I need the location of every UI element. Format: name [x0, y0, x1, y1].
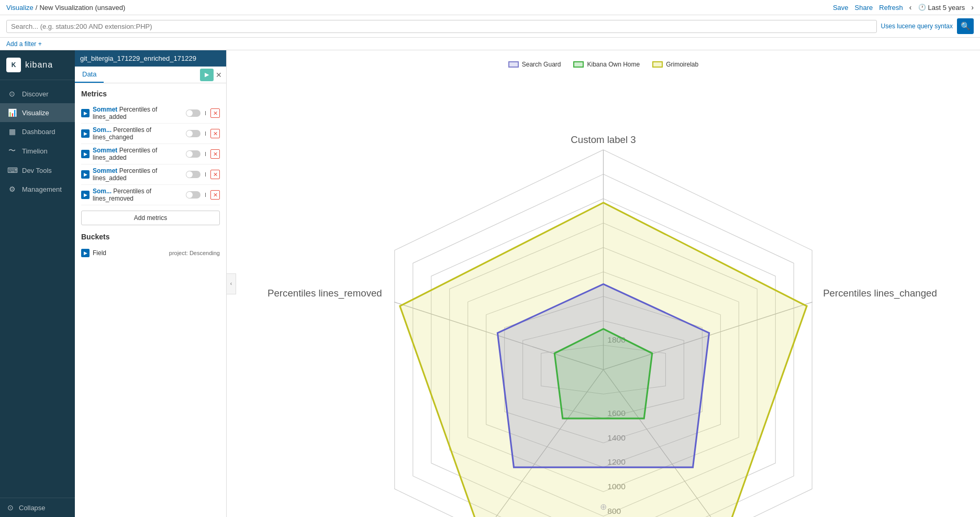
time-label: Last 5 years: [928, 4, 965, 12]
metric-toggle-5[interactable]: [186, 191, 201, 199]
legend-label-kibana-own-home: Kibana Own Home: [587, 61, 640, 68]
metric-expand-5[interactable]: ▶: [81, 191, 90, 199]
panel: git_bitergia_171229_enriched_171229 Data…: [75, 50, 227, 517]
sidebar-item-label-dashboard: Dashboard: [22, 128, 55, 136]
metric-row-1: ▶ Sommet Percentiles of lines_added I ✕: [81, 103, 220, 124]
legend-label-grimoirelab: Grimoirelab: [666, 61, 698, 68]
index-name: git_bitergia_171229_enriched_171229: [80, 54, 196, 62]
sidebar-item-visualize[interactable]: 📊 Visualize: [0, 103, 75, 122]
metric-label-2: Som... Percentiles oflines_changed: [93, 126, 183, 141]
sidebar-item-label-timelion: Timelion: [22, 147, 48, 155]
kibana-logo-icon: K: [6, 58, 21, 72]
main-layout: K kibana ⊙ Discover 📊 Visualize ▦ Dashbo…: [0, 50, 980, 517]
metric-info-3[interactable]: I: [204, 151, 207, 157]
share-button[interactable]: Share: [855, 4, 873, 12]
add-metrics-button[interactable]: Add metrics: [81, 211, 220, 225]
top-bar: Visualize / New Visualization (unsaved) …: [0, 0, 980, 15]
legend-item-search-guard: Search Guard: [508, 61, 561, 68]
dashboard-icon: ▦: [7, 127, 17, 136]
collapse-label: Collapse: [19, 504, 46, 512]
legend-color-search-guard: [508, 61, 519, 68]
sidebar-logo: K kibana: [0, 50, 75, 80]
metric-delete-2[interactable]: ✕: [210, 129, 220, 138]
radar-legend: Search Guard Kibana Own Home Grimoirelab: [508, 61, 698, 68]
metric-toggle-3[interactable]: [186, 150, 201, 158]
search-input[interactable]: [6, 20, 877, 33]
save-button[interactable]: Save: [833, 4, 849, 12]
sidebar: K kibana ⊙ Discover 📊 Visualize ▦ Dashbo…: [0, 50, 75, 517]
metric-row-2: ▶ Som... Percentiles oflines_changed I ✕: [81, 124, 220, 144]
search-button[interactable]: 🔍: [957, 18, 974, 34]
sidebar-item-dashboard[interactable]: ▦ Dashboard: [0, 122, 75, 141]
svg-text:Percentiles lines_changed: Percentiles lines_changed: [823, 288, 937, 299]
sidebar-item-timelion[interactable]: 〜 Timelion: [0, 141, 75, 161]
metric-toggle-2[interactable]: [186, 130, 201, 137]
metric-delete-1[interactable]: ✕: [210, 108, 220, 118]
next-time-button[interactable]: ›: [971, 3, 974, 12]
panel-header: git_bitergia_171229_enriched_171229: [75, 50, 226, 67]
devtools-icon: ⌨: [7, 166, 17, 174]
visualize-icon: 📊: [7, 108, 17, 117]
bottom-bar: ⊕: [600, 502, 607, 512]
metric-delete-3[interactable]: ✕: [210, 149, 220, 159]
metric-label-3: Sommet Percentiles of lines_added: [93, 147, 183, 161]
sidebar-item-label-devtools: Dev Tools: [22, 167, 52, 174]
sidebar-footer[interactable]: ⊙ Collapse: [0, 498, 75, 517]
metrics-title: Metrics: [81, 90, 220, 98]
panel-tabs: Data ▶ ✕: [75, 67, 226, 83]
bucket-expand-1[interactable]: ▶: [81, 249, 90, 257]
metric-toggle-4[interactable]: [186, 171, 201, 178]
metric-info-1[interactable]: I: [204, 110, 207, 116]
lucene-hint: Uses lucene query syntax: [881, 23, 953, 30]
refresh-button[interactable]: Refresh: [879, 4, 903, 12]
collapse-handle[interactable]: ‹: [227, 273, 236, 294]
bucket-sort: project: Descending: [169, 250, 220, 256]
metric-expand-3[interactable]: ▶: [81, 150, 90, 158]
viz-area: ‹ Search Guard Kibana Own Home Grimoirel…: [227, 50, 980, 517]
sidebar-item-label-visualize: Visualize: [22, 109, 49, 117]
search-bar: Uses lucene query syntax 🔍: [0, 15, 980, 38]
tab-data[interactable]: Data: [75, 67, 104, 83]
sidebar-item-label-discover: Discover: [22, 90, 49, 98]
legend-item-kibana-own-home: Kibana Own Home: [573, 61, 640, 68]
metric-expand-2[interactable]: ▶: [81, 129, 90, 138]
svg-text:Percentiles lines_removed: Percentiles lines_removed: [268, 288, 382, 299]
buckets-section: Buckets ▶ Field project: Descending: [81, 233, 220, 260]
metric-delete-5[interactable]: ✕: [210, 190, 220, 200]
metric-label-1: Sommet Percentiles of lines_added: [93, 106, 183, 120]
panel-tab-actions: ▶ ✕: [196, 67, 226, 83]
legend-color-grimoirelab: [652, 61, 663, 68]
sidebar-item-discover[interactable]: ⊙ Discover: [0, 84, 75, 103]
metric-info-4[interactable]: I: [204, 171, 207, 178]
breadcrumb: Visualize / New Visualization (unsaved): [6, 4, 833, 12]
metric-label-5: Som... Percentiles oflines_removed: [93, 188, 183, 202]
metric-expand-4[interactable]: ▶: [81, 170, 90, 179]
radar-container: Search Guard Kibana Own Home Grimoirelab: [227, 50, 980, 517]
prev-time-button[interactable]: ‹: [909, 3, 912, 12]
metric-expand-1[interactable]: ▶: [81, 109, 90, 117]
buckets-title: Buckets: [81, 233, 220, 241]
add-filter-button[interactable]: Add a filter +: [6, 40, 42, 48]
kibana-logo-text: kibana: [25, 60, 53, 70]
metric-delete-4[interactable]: ✕: [210, 170, 220, 179]
breadcrumb-visualize-link[interactable]: Visualize: [6, 4, 34, 12]
metric-info-2[interactable]: I: [204, 130, 207, 137]
legend-color-kibana-own-home: [573, 61, 584, 68]
svg-text:Custom label 3: Custom label 3: [571, 134, 636, 145]
metric-info-5[interactable]: I: [204, 192, 207, 198]
legend-label-search-guard: Search Guard: [522, 61, 561, 68]
metric-toggle-1[interactable]: [186, 109, 201, 117]
metric-row-4: ▶ Sommet Percentiles of lines_added I ✕: [81, 164, 220, 185]
time-picker[interactable]: 🕐 Last 5 years: [918, 4, 965, 12]
management-icon: ⚙: [7, 185, 17, 193]
run-button[interactable]: ▶: [200, 69, 214, 81]
bucket-label: Field: [93, 249, 166, 257]
clock-icon: 🕐: [918, 4, 926, 11]
metric-row-3: ▶ Sommet Percentiles of lines_added I ✕: [81, 144, 220, 164]
panel-body: Metrics ▶ Sommet Percentiles of lines_ad…: [75, 83, 226, 517]
sidebar-item-devtools[interactable]: ⌨ Dev Tools: [0, 161, 75, 180]
discover-icon: ⊙: [7, 90, 17, 98]
sidebar-item-management[interactable]: ⚙ Management: [0, 180, 75, 199]
close-tab-button[interactable]: ✕: [216, 71, 222, 79]
radar-chart: .grid-line { stroke: #ccc; stroke-width:…: [237, 76, 970, 517]
